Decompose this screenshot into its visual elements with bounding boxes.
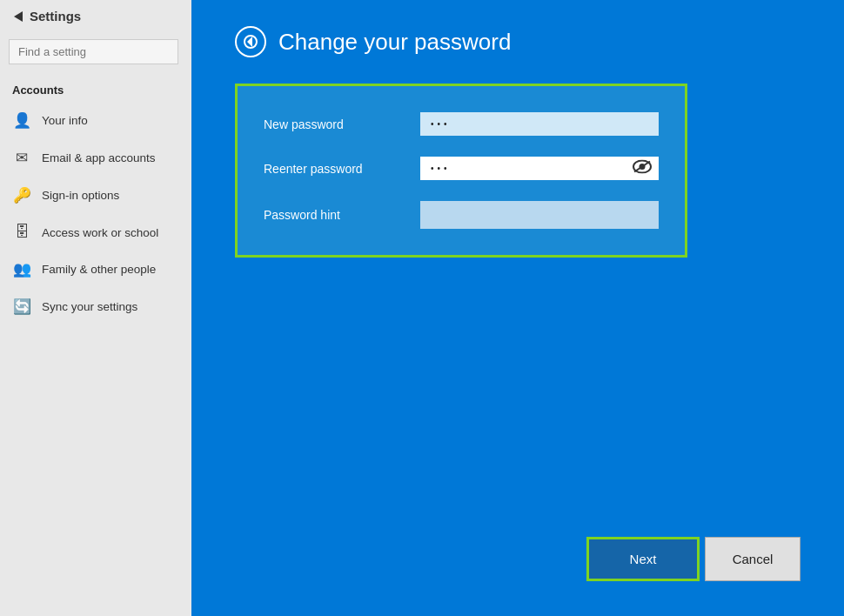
password-hint-wrap xyxy=(420,201,659,229)
person-icon: 👤 xyxy=(12,111,31,130)
sidebar: Settings Accounts 👤 Your info ✉ Email & … xyxy=(0,0,191,616)
sidebar-item-sync[interactable]: 🔄 Sync your settings xyxy=(0,288,191,325)
new-password-input[interactable] xyxy=(420,112,659,136)
sidebar-item-email-app[interactable]: ✉ Email & app accounts xyxy=(0,139,191,177)
accounts-section-label: Accounts xyxy=(0,71,191,102)
sidebar-item-access-work[interactable]: 🗄 Access work or school xyxy=(0,214,191,251)
sidebar-item-label: Email & app accounts xyxy=(42,151,156,164)
new-password-row: New password xyxy=(264,112,659,136)
cancel-button[interactable]: Cancel xyxy=(705,537,800,581)
show-password-icon[interactable] xyxy=(633,159,652,177)
page-title: Change your password xyxy=(278,29,511,56)
password-hint-row: Password hint xyxy=(264,201,659,229)
buttons-row: Next Cancel xyxy=(586,537,800,581)
sidebar-item-family[interactable]: 👥 Family & other people xyxy=(0,251,191,288)
reenter-password-wrap xyxy=(420,157,659,180)
reenter-password-label: Reenter password xyxy=(264,162,420,176)
sidebar-item-sign-in[interactable]: 🔑 Sign-in options xyxy=(0,177,191,214)
change-password-form: New password Reenter password xyxy=(235,84,687,258)
reenter-password-row: Reenter password xyxy=(264,157,659,180)
new-password-wrap xyxy=(420,112,659,136)
group-icon: 👥 xyxy=(12,260,31,278)
sidebar-header: Settings xyxy=(0,0,191,32)
briefcase-icon: 🗄 xyxy=(12,224,31,241)
svg-marker-0 xyxy=(14,11,23,22)
new-password-label: New password xyxy=(264,117,420,131)
sidebar-title: Settings xyxy=(30,9,81,23)
sidebar-back-button[interactable] xyxy=(10,10,23,23)
sidebar-item-label: Access work or school xyxy=(42,226,158,239)
sidebar-item-your-info[interactable]: 👤 Your info xyxy=(0,102,191,139)
email-icon: ✉ xyxy=(12,149,31,167)
page-header: Change your password xyxy=(235,26,800,57)
next-button[interactable]: Next xyxy=(586,537,700,581)
key-icon: 🔑 xyxy=(12,186,31,204)
reenter-password-input[interactable] xyxy=(420,157,659,180)
password-hint-label: Password hint xyxy=(264,208,420,222)
sidebar-item-label: Your info xyxy=(42,114,88,127)
back-button[interactable] xyxy=(235,26,266,57)
svg-line-5 xyxy=(634,161,650,171)
sidebar-item-label: Sign-in options xyxy=(42,189,119,202)
sidebar-item-label: Family & other people xyxy=(42,263,156,276)
sidebar-item-label: Sync your settings xyxy=(42,300,137,313)
password-hint-input[interactable] xyxy=(420,201,659,229)
main-content: Change your password New password Reente… xyxy=(191,0,844,616)
sync-icon: 🔄 xyxy=(12,298,31,316)
search-input[interactable] xyxy=(9,39,178,64)
svg-marker-2 xyxy=(247,37,252,47)
